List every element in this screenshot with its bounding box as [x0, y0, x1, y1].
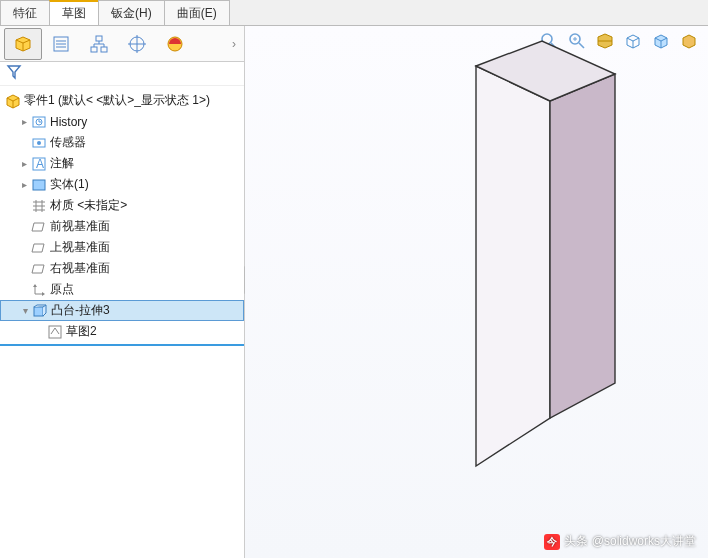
expand-arrow-icon: ▸: [18, 116, 30, 127]
origin-icon: [30, 282, 48, 298]
tab-surface[interactable]: 曲面(E): [164, 0, 230, 25]
tab-sheetmetal[interactable]: 钣金(H): [98, 0, 165, 25]
crosshair-icon: [127, 34, 147, 54]
tree-material[interactable]: 材质 <未指定>: [0, 195, 244, 216]
expand-arrow-icon: ▸: [18, 158, 30, 169]
model-box: [245, 26, 705, 556]
sensors-icon: [30, 135, 48, 151]
panel-tab-property-manager[interactable]: [42, 28, 80, 60]
svg-rect-4: [96, 36, 102, 41]
rollback-bar[interactable]: [0, 344, 244, 346]
annotations-icon: A: [30, 156, 48, 172]
hierarchy-icon: [89, 34, 109, 54]
tree-front-plane[interactable]: 前视基准面: [0, 216, 244, 237]
plane-icon: [30, 261, 48, 277]
tree-sketch2[interactable]: 草图2: [0, 321, 244, 342]
svg-rect-6: [101, 47, 107, 52]
panel-tab-display-manager[interactable]: [156, 28, 194, 60]
panel-tab-configuration-manager[interactable]: [80, 28, 118, 60]
solid-body-icon: [30, 177, 48, 193]
feature-tree-panel: › 零件1 (默认< <默认>_显示状态 1>) ▸ History 传感器: [0, 26, 245, 558]
svg-marker-33: [550, 74, 615, 418]
watermark: 今 头条 @solidworks大讲堂: [544, 533, 696, 550]
tree-right-plane[interactable]: 右视基准面: [0, 258, 244, 279]
tree-top-plane[interactable]: 上视基准面: [0, 237, 244, 258]
part-icon: [4, 93, 22, 109]
svg-rect-5: [91, 47, 97, 52]
svg-rect-17: [33, 180, 45, 190]
tree-root-part[interactable]: 零件1 (默认< <默认>_显示状态 1>): [0, 90, 244, 111]
tree-solid-bodies[interactable]: ▸ 实体(1): [0, 174, 244, 195]
svg-point-14: [37, 141, 41, 145]
material-icon: [30, 198, 48, 214]
tree-annotations[interactable]: ▸ A 注解: [0, 153, 244, 174]
tab-feature[interactable]: 特征: [0, 0, 50, 25]
tree-origin[interactable]: 原点: [0, 279, 244, 300]
graphics-area[interactable]: 今 头条 @solidworks大讲堂: [245, 26, 708, 558]
tree-boss-extrude[interactable]: ▾ 凸台-拉伸3: [0, 300, 244, 321]
svg-text:A: A: [36, 157, 44, 171]
feature-tree: 零件1 (默认< <默认>_显示状态 1>) ▸ History 传感器 ▸ A…: [0, 86, 244, 558]
collapse-arrow-icon: ▾: [19, 305, 31, 316]
plane-icon: [30, 240, 48, 256]
list-icon: [51, 34, 71, 54]
tree-history[interactable]: ▸ History: [0, 111, 244, 132]
cube-icon: [13, 34, 33, 54]
appearance-icon: [165, 34, 185, 54]
history-icon: [30, 114, 48, 130]
tree-sensors[interactable]: 传感器: [0, 132, 244, 153]
expand-arrow-icon: ▸: [18, 179, 30, 190]
plane-icon: [30, 219, 48, 235]
toutiao-icon: 今: [544, 534, 560, 550]
tab-sketch[interactable]: 草图: [49, 0, 99, 25]
extrude-icon: [31, 303, 49, 319]
panel-tab-feature-manager[interactable]: [4, 28, 42, 60]
panel-tab-dimxpert[interactable]: [118, 28, 156, 60]
sketch-icon: [46, 324, 64, 340]
svg-rect-23: [34, 307, 43, 316]
svg-marker-32: [476, 66, 550, 466]
panel-overflow-button[interactable]: ›: [224, 37, 244, 51]
filter-icon[interactable]: [6, 64, 22, 80]
